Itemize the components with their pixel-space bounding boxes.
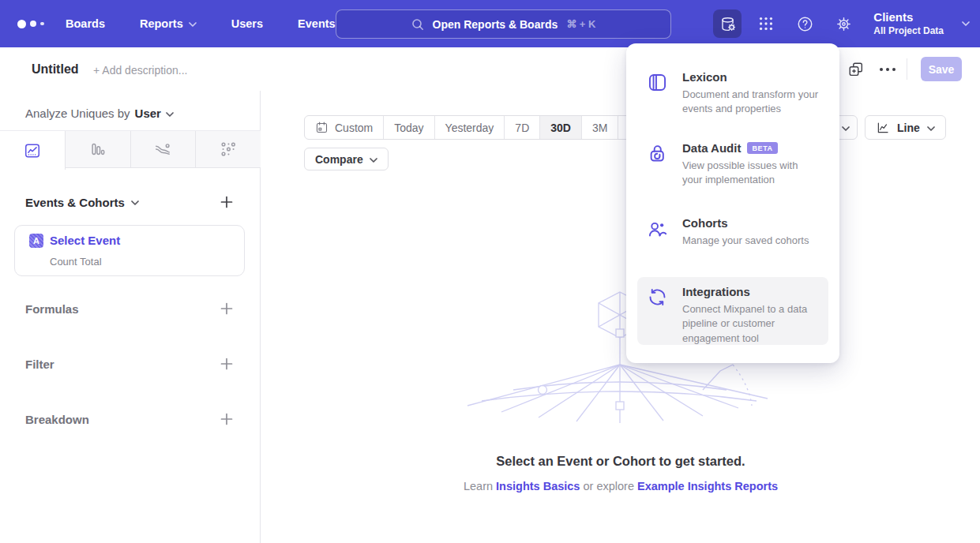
date-range-30d[interactable]: 30D [540, 116, 582, 139]
chevron-down-icon [370, 158, 377, 163]
date-range-custom[interactable]: Custom [305, 116, 384, 139]
add-description-field[interactable]: + Add description... [93, 64, 187, 77]
menu-item-title: Data Audit [682, 141, 741, 155]
nav-menu: Boards Reports Users Events [66, 0, 336, 47]
menu-item-description: Connect Mixpanel to a data pipeline or c… [682, 302, 819, 346]
query-builder-sidebar: Analyze Uniques by User [0, 91, 261, 543]
data-management-button[interactable] [713, 9, 742, 38]
nav-right-group: Clients All Project Data [713, 0, 970, 47]
search-placeholder: Open Reports & Boards [433, 18, 558, 31]
global-search-input[interactable]: Open Reports & Boards ⌘ + K [336, 9, 671, 39]
plus-icon [220, 302, 233, 315]
analyze-label: Analyze Uniques by [25, 107, 130, 120]
settings-button[interactable] [829, 9, 858, 38]
data-management-icon [719, 15, 737, 33]
mixpanel-insights-app: Boards Reports Users Events Open Reports… [0, 0, 980, 543]
help-button[interactable] [790, 9, 819, 38]
apps-grid-icon [757, 15, 775, 32]
add-breakdown-button[interactable] [220, 412, 234, 426]
plus-icon [220, 358, 233, 370]
header-divider [907, 58, 907, 80]
plus-icon [220, 413, 233, 425]
duplicate-icon [847, 61, 865, 78]
empty-state: Select an Event or Cohort to get started… [261, 454, 980, 492]
menu-item-title: Cohorts [682, 216, 809, 230]
org-name: Clients [873, 10, 944, 25]
date-range-yesterday[interactable]: Yesterday [435, 116, 505, 139]
breakdown-label: Breakdown [25, 413, 89, 426]
chart-type-dropdown[interactable]: Line [865, 115, 946, 140]
save-button[interactable]: Save [921, 57, 962, 81]
chevron-down-icon [166, 112, 174, 117]
insights-basics-link[interactable]: Insights Basics [496, 480, 580, 492]
nav-item-boards[interactable]: Boards [66, 17, 105, 30]
menu-item-description: Manage your saved cohorts [682, 234, 809, 248]
report-canvas: Custom Today Yesterday 7D 30D 3M 6M Comp… [261, 91, 980, 543]
mixpanel-logo-icon[interactable] [17, 0, 44, 47]
add-filter-button[interactable] [220, 357, 234, 371]
menu-item-integrations[interactable]: Integrations Connect Mixpanel to a data … [637, 277, 828, 345]
count-total-label[interactable]: Count Total [50, 256, 102, 268]
example-insights-reports-link[interactable]: Example Insights Reports [637, 480, 778, 492]
empty-state-subtitle: Learn Insights Basics or explore Example… [261, 480, 980, 492]
analyze-entity-dropdown[interactable]: User [135, 107, 174, 120]
duplicate-report-button[interactable] [847, 61, 865, 78]
add-event-button[interactable] [220, 195, 234, 209]
cohorts-icon [647, 216, 669, 248]
date-range-3m[interactable]: 3M [582, 116, 618, 139]
integrations-icon [647, 285, 669, 337]
menu-item-cohorts[interactable]: Cohorts Manage your saved cohorts [637, 208, 828, 256]
plus-icon [220, 196, 233, 208]
menu-item-data-audit[interactable]: Data Audit BETA View possible issues wit… [637, 133, 828, 196]
calendar-icon [315, 121, 329, 134]
event-letter-badge: A [29, 234, 43, 248]
menu-item-description: Document and transform your events and p… [682, 88, 819, 117]
breakdown-row: Breakdown [0, 412, 261, 426]
nav-item-users[interactable]: Users [231, 17, 263, 30]
dots-grid-tab-icon [220, 140, 237, 158]
more-options-button[interactable] [880, 66, 897, 73]
date-range-7d[interactable]: 7D [505, 116, 540, 139]
menu-item-description: View possible issues with your implement… [682, 159, 819, 188]
formulas-label: Formulas [25, 302, 79, 316]
bar-chart-tab-icon [89, 140, 107, 158]
events-cohorts-row: Events & Cohorts [0, 195, 261, 209]
settings-gear-icon [835, 15, 853, 33]
chevron-down-icon[interactable] [962, 21, 970, 26]
formulas-row: Formulas [0, 301, 261, 316]
data-management-menu: Lexicon Document and transform your even… [626, 43, 839, 363]
search-icon [411, 18, 424, 31]
flow-tab-icon [154, 140, 171, 158]
project-switcher[interactable]: Clients All Project Data [873, 10, 944, 37]
filter-row: Filter [0, 357, 261, 371]
search-shortcut: ⌘ + K [566, 18, 595, 30]
line-chart-icon [876, 121, 890, 135]
project-name: All Project Data [873, 25, 944, 37]
report-title[interactable]: Untitled [32, 62, 79, 77]
tab-scatter-grid[interactable] [196, 131, 261, 167]
compare-dropdown[interactable]: Compare [304, 148, 389, 170]
help-icon [796, 15, 814, 33]
lexicon-book-icon [647, 70, 669, 117]
menu-item-title: Integrations [682, 285, 819, 298]
date-range-today[interactable]: Today [384, 116, 434, 139]
add-formula-button[interactable] [220, 301, 234, 316]
nav-item-reports[interactable]: Reports [140, 17, 197, 30]
menu-item-lexicon[interactable]: Lexicon Document and transform your even… [637, 62, 828, 125]
nav-item-events[interactable]: Events [298, 17, 336, 30]
filter-label: Filter [25, 358, 54, 371]
chevron-down-icon [842, 126, 850, 131]
select-event-label[interactable]: Select Event [50, 234, 120, 247]
beta-badge: BETA [747, 142, 777, 154]
tab-flow-chart[interactable] [131, 131, 197, 167]
top-nav: Boards Reports Users Events Open Reports… [0, 0, 980, 47]
apps-grid-button[interactable] [752, 9, 780, 38]
chevron-down-icon [927, 126, 935, 131]
empty-state-title: Select an Event or Cohort to get started… [261, 454, 980, 469]
tab-bar-chart[interactable] [66, 131, 131, 167]
events-cohorts-header[interactable]: Events & Cohorts [25, 196, 139, 209]
event-selector-card[interactable]: A Select Event Count Total [14, 225, 245, 276]
tab-insights-line[interactable] [0, 131, 66, 170]
chart-view-tabs [0, 130, 261, 168]
line-chart-tab-icon [24, 142, 41, 159]
